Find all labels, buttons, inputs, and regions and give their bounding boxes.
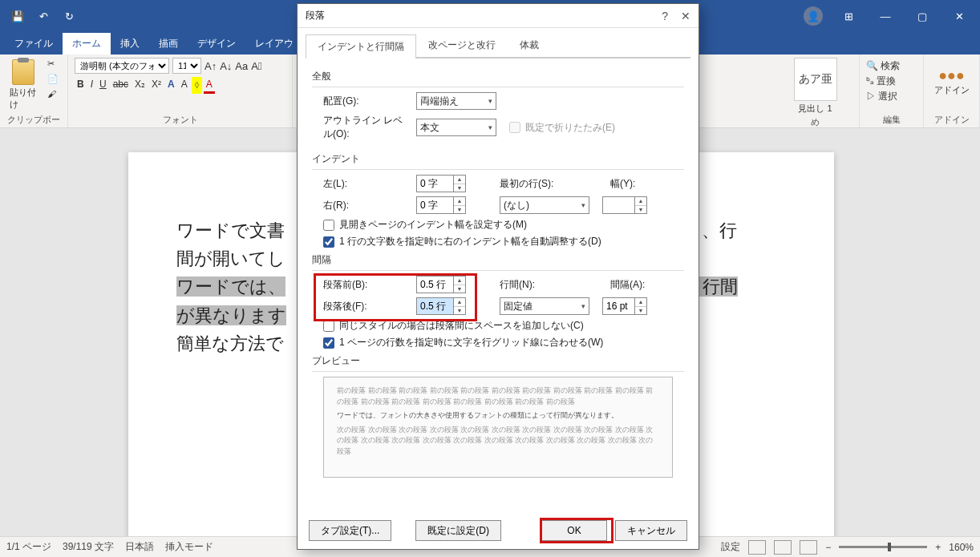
language-indicator[interactable]: 日本語 [125, 540, 154, 554]
font-color-button[interactable]: A [204, 77, 215, 94]
space-after-spinner[interactable]: ▲▼ [416, 297, 466, 315]
preview-main-text: ワードでは、フォントの大きさや使用するフォントの種類によって行間が異なります。 [337, 410, 659, 422]
read-mode-view-icon[interactable] [774, 540, 792, 555]
clear-format-icon[interactable]: A⃠ [251, 60, 261, 72]
tab-file[interactable]: ファイル [5, 33, 63, 54]
select-button[interactable]: ▷ 選択 [866, 90, 917, 103]
space-before-label: 段落前(B): [323, 278, 411, 292]
preview-next-text: 次の段落 次の段落 次の段落 次の段落 次の段落 次の段落 次の段落 次の段落 … [337, 425, 659, 458]
tab-design[interactable]: デザイン [188, 33, 245, 54]
highlight-button[interactable]: ⎀ [192, 77, 202, 94]
group-clipboard: 貼り付け ✂ 📄 🖌 クリップボード [0, 54, 68, 127]
dialog-titlebar[interactable]: 段落 ? ✕ [298, 4, 699, 28]
phonetic-button[interactable]: A [179, 77, 190, 94]
alignment-combo[interactable]: 両端揃え▾ [416, 92, 496, 110]
strike-button[interactable]: abc [111, 77, 131, 94]
help-icon[interactable]: ? [662, 10, 668, 22]
minimize-button[interactable]: — [868, 0, 903, 32]
superscript-button[interactable]: X² [149, 77, 164, 94]
web-layout-view-icon[interactable] [800, 540, 817, 555]
group-font: 游明朝 (本文のフォン… 11 A↑ A↓ Aa A⃠ B I U abc X₂… [68, 54, 293, 127]
space-after-label: 段落後(F): [323, 300, 411, 313]
addin-group-label: アドイン [930, 112, 973, 126]
set-default-button[interactable]: 既定に設定(D) [415, 520, 501, 541]
page-indicator[interactable]: 1/1 ページ [6, 540, 51, 554]
indent-width-spinner[interactable]: ▲▼ [602, 196, 647, 214]
format-painter-icon[interactable]: 🖌 [45, 88, 61, 99]
zoom-thumb[interactable] [888, 543, 891, 551]
insert-mode[interactable]: 挿入モード [165, 540, 213, 554]
space-before-spinner[interactable]: ▲▼ [416, 276, 466, 293]
tab-typography[interactable]: 体裁 [508, 33, 551, 57]
group-addin: ●●● アドイン アドイン [924, 54, 980, 127]
tab-insert[interactable]: 挿入 [111, 33, 149, 54]
zoom-out-button[interactable]: − [825, 542, 831, 553]
tab-home[interactable]: ホーム [63, 33, 111, 54]
addin-icon[interactable]: ●●● [938, 67, 965, 84]
style-preview[interactable]: あア亜 [794, 58, 837, 101]
zoom-slider[interactable] [839, 546, 927, 548]
focus-mode[interactable]: 設定 [721, 540, 740, 554]
clipboard-icon [12, 59, 34, 85]
cancel-button[interactable]: キャンセル [615, 520, 687, 541]
snap-grid-checkbox[interactable] [323, 337, 334, 349]
paste-button[interactable]: 貼り付け [6, 58, 40, 112]
line-spacing-label: 行間(N): [500, 278, 570, 292]
redo-button[interactable]: ↻ [58, 5, 80, 27]
maximize-button[interactable]: ▢ [905, 0, 940, 32]
paragraph-dialog: 段落 ? ✕ インデントと行間隔 改ページと改行 体裁 全般 配置(G): 両端… [297, 3, 699, 550]
shrink-font-icon[interactable]: A↓ [220, 60, 232, 72]
save-button[interactable]: 💾 [6, 5, 29, 27]
ok-button[interactable]: OK [541, 520, 607, 541]
indent-left-spinner[interactable]: ▲▼ [416, 175, 466, 192]
underline-button[interactable]: U [97, 77, 109, 94]
style-name: 見出し 1 [798, 103, 832, 115]
find-button[interactable]: 🔍 検索 [866, 59, 917, 73]
font-group-label: フォント [75, 112, 285, 126]
editing-group-label: 編集 [866, 112, 917, 126]
indent-right-spinner[interactable]: ▲▼ [416, 196, 466, 214]
word-count[interactable]: 39/119 文字 [63, 540, 114, 554]
close-button[interactable]: ✕ [942, 0, 977, 32]
addin-label: アドイン [934, 84, 970, 96]
grow-font-icon[interactable]: A↑ [205, 60, 217, 72]
zoom-in-button[interactable]: + [935, 542, 941, 553]
preview-box: 前の段落 前の段落 前の段落 前の段落 前の段落 前の段落 前の段落 前の段落 … [323, 377, 673, 478]
group-editing: 🔍 検索 ᵇₐ 置換 ▷ 選択 編集 [860, 54, 924, 127]
dialog-close-icon[interactable]: ✕ [681, 10, 690, 22]
dialog-tabs: インデントと行間隔 改ページと改行 体裁 [306, 28, 690, 59]
at-spinner[interactable]: ▲▼ [602, 297, 647, 315]
indent-width-label: 幅(Y): [610, 177, 658, 191]
user-avatar[interactable]: 👤 [804, 6, 823, 26]
tab-draw[interactable]: 描画 [149, 33, 188, 54]
print-layout-view-icon[interactable] [748, 540, 766, 555]
text-effects-button[interactable]: A [165, 77, 177, 94]
tabs-button[interactable]: タブ設定(T)... [309, 520, 391, 541]
no-space-checkbox[interactable] [323, 321, 334, 332]
tab-indent-spacing[interactable]: インデントと行間隔 [306, 34, 416, 59]
ribbon-options-button[interactable]: ⊞ [831, 0, 866, 32]
replace-button[interactable]: ᵇₐ 置換 [866, 75, 917, 88]
dialog-body: 全般 配置(G): 両端揃え▾ アウトライン レベル(O): 本文▾ 既定で折り… [298, 59, 699, 512]
snap-grid-label: 1 ページの行数を指定時に文字を行グリッド線に合わせる(W) [339, 336, 603, 349]
bold-button[interactable]: B [75, 77, 87, 94]
font-size-combo[interactable]: 11 [172, 58, 201, 74]
auto-adjust-label: 1 行の文字数を指定時に右のインデント幅を自動調整する(D) [339, 235, 601, 248]
mirror-indent-label: 見開きページのインデント幅を設定する(M) [339, 218, 527, 232]
font-name-combo[interactable]: 游明朝 (本文のフォン… [75, 58, 169, 74]
outline-combo[interactable]: 本文▾ [416, 119, 496, 136]
change-case-icon[interactable]: Aa [235, 60, 248, 72]
mirror-indent-checkbox[interactable] [323, 220, 334, 231]
preview-section-label: プレビュー [312, 354, 684, 368]
first-line-combo[interactable]: (なし)▾ [500, 196, 589, 214]
tab-page-breaks[interactable]: 改ページと改行 [416, 33, 508, 57]
text-line2: 間が開いてし [176, 248, 285, 268]
auto-adjust-checkbox[interactable] [323, 236, 334, 248]
zoom-level[interactable]: 160% [949, 542, 974, 553]
italic-button[interactable]: I [88, 77, 95, 94]
subscript-button[interactable]: X₂ [132, 77, 148, 94]
copy-icon[interactable]: 📄 [45, 73, 61, 85]
cut-icon[interactable]: ✂ [45, 58, 61, 70]
line-spacing-combo[interactable]: 固定値▾ [500, 297, 589, 315]
undo-button[interactable]: ↶ [32, 5, 55, 27]
